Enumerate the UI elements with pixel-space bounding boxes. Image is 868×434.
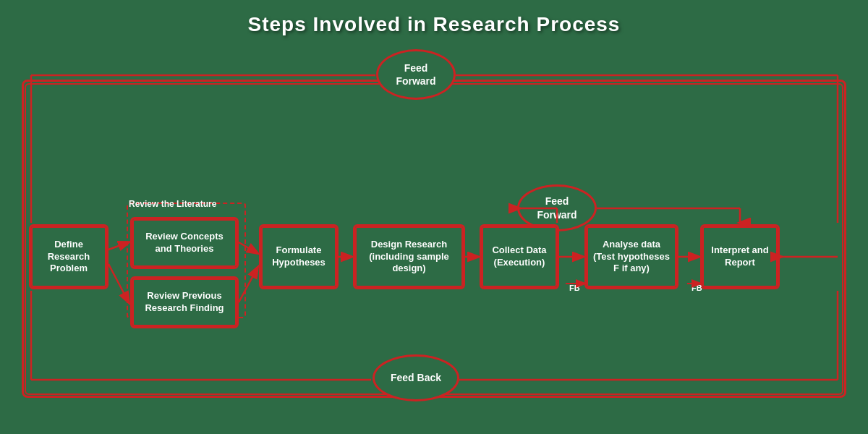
page-title: Steps Involved in Research Process xyxy=(0,0,868,36)
arrows-svg xyxy=(22,43,846,420)
diagram-container: Feed Forward Feed Back Feed Forward Defi… xyxy=(22,43,846,420)
svg-line-1 xyxy=(109,264,129,302)
svg-line-0 xyxy=(109,242,129,250)
svg-line-3 xyxy=(239,268,258,302)
svg-line-2 xyxy=(239,242,258,253)
